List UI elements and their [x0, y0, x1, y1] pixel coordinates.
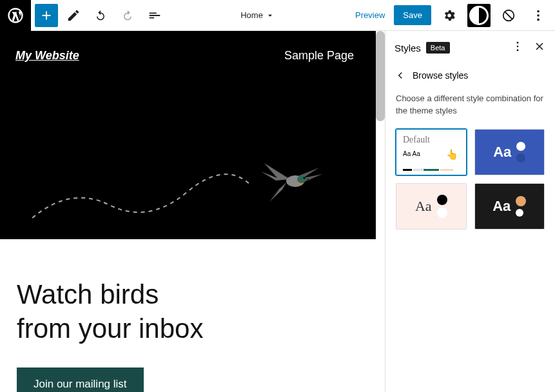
kebab-icon — [511, 40, 524, 53]
svg-point-7 — [304, 177, 306, 179]
swatch-color-dots — [437, 195, 447, 218]
workspace: My Website Sample Page — [0, 31, 555, 392]
svg-point-3 — [537, 14, 540, 17]
panel-title: Styles — [394, 43, 421, 54]
beta-badge: Beta — [426, 42, 450, 54]
plus-icon — [39, 8, 54, 23]
swatch-sample-text: Aa — [415, 198, 432, 215]
canvas-area: My Website Sample Page — [0, 31, 385, 392]
style-swatch-black[interactable]: Aa — [474, 183, 545, 230]
editor-top-toolbar: Home Preview Save — [0, 0, 555, 31]
more-menu-button[interactable] — [527, 4, 550, 27]
bird-illustration — [32, 153, 342, 237]
wordpress-logo-button[interactable] — [0, 0, 31, 31]
swatch-color-dots — [516, 142, 525, 162]
document-selector[interactable]: Home — [240, 10, 275, 20]
add-block-button[interactable] — [35, 4, 58, 27]
swatch-sample-text: Aa — [492, 198, 511, 215]
settings-button[interactable] — [438, 4, 461, 27]
svg-point-4 — [537, 18, 540, 21]
undo-button[interactable] — [89, 4, 112, 27]
undo-icon — [93, 8, 108, 23]
contrast-icon — [467, 4, 491, 27]
browse-styles-row[interactable]: Browse styles — [385, 64, 555, 90]
redo-icon — [121, 8, 135, 23]
swatch-color-chips — [403, 169, 453, 171]
no-icon — [501, 8, 516, 23]
swatch-sample-text: Aa — [493, 144, 511, 161]
swatch-label: Default — [403, 135, 430, 145]
styles-panel: Styles Beta Browse styles Choose a diffe… — [385, 31, 555, 392]
wordpress-icon — [6, 6, 24, 24]
svg-line-1 — [505, 12, 512, 19]
canvas-scrollbar[interactable] — [376, 31, 385, 121]
style-swatch-grid: Default Aa Aa 👆 Aa Aa Aa — [385, 129, 555, 230]
close-icon — [533, 40, 546, 53]
headline-text[interactable]: Watch birds from your inbox — [17, 278, 359, 346]
no-symbol-button[interactable] — [497, 4, 520, 27]
style-swatch-default[interactable]: Default Aa Aa 👆 — [396, 129, 467, 175]
page-canvas[interactable]: My Website Sample Page — [0, 31, 376, 392]
style-swatch-pink[interactable]: Aa — [396, 183, 467, 230]
preview-button[interactable]: Preview — [349, 6, 391, 24]
panel-more-button[interactable] — [511, 40, 524, 55]
hero-light-section: Watch birds from your inbox Join our mai… — [0, 239, 376, 392]
cta-button[interactable]: Join our mailing list — [17, 368, 144, 392]
list-view-button[interactable] — [143, 4, 166, 27]
list-view-icon — [148, 8, 162, 23]
svg-point-6 — [297, 175, 306, 183]
panel-header: Styles Beta — [385, 31, 555, 64]
gear-icon — [442, 8, 456, 23]
pencil-icon — [66, 8, 81, 23]
redo-button[interactable] — [116, 4, 139, 27]
chevron-left-icon — [394, 70, 406, 81]
chevron-down-icon — [266, 11, 275, 20]
svg-point-9 — [517, 46, 519, 48]
panel-description: Choose a different style combination for… — [385, 90, 555, 129]
panel-close-button[interactable] — [533, 40, 546, 55]
svg-point-10 — [517, 50, 519, 52]
svg-point-2 — [537, 10, 540, 12]
swatch-color-dots — [516, 196, 526, 217]
edit-mode-button[interactable] — [62, 4, 85, 27]
cursor-indicator: 👆 — [446, 149, 458, 161]
swatch-sample-text: Aa Aa — [403, 150, 420, 157]
nav-link-sample[interactable]: Sample Page — [284, 49, 354, 63]
styles-toggle-button[interactable] — [467, 4, 491, 27]
document-name-label: Home — [240, 10, 263, 20]
hero-dark-section: My Website Sample Page — [0, 31, 376, 239]
svg-point-8 — [517, 42, 519, 44]
browse-styles-label: Browse styles — [413, 70, 468, 81]
kebab-icon — [531, 8, 545, 23]
save-button[interactable]: Save — [394, 5, 431, 25]
style-swatch-blue[interactable]: Aa — [474, 129, 545, 175]
